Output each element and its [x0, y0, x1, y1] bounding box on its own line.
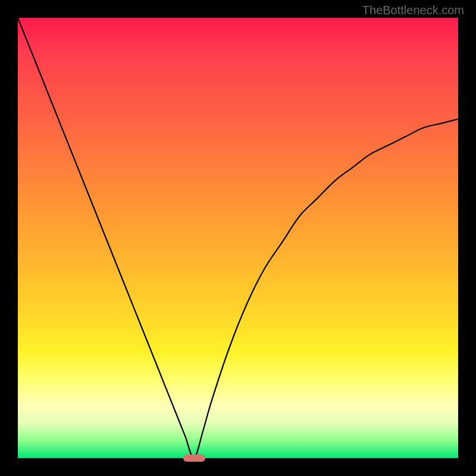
bottleneck-curve — [18, 18, 458, 458]
curve-layer — [18, 18, 458, 458]
optimal-marker — [183, 455, 205, 462]
plot-area — [18, 18, 458, 458]
chart-frame: TheBottleneck.com — [0, 0, 476, 476]
watermark-text: TheBottleneck.com — [362, 4, 464, 17]
